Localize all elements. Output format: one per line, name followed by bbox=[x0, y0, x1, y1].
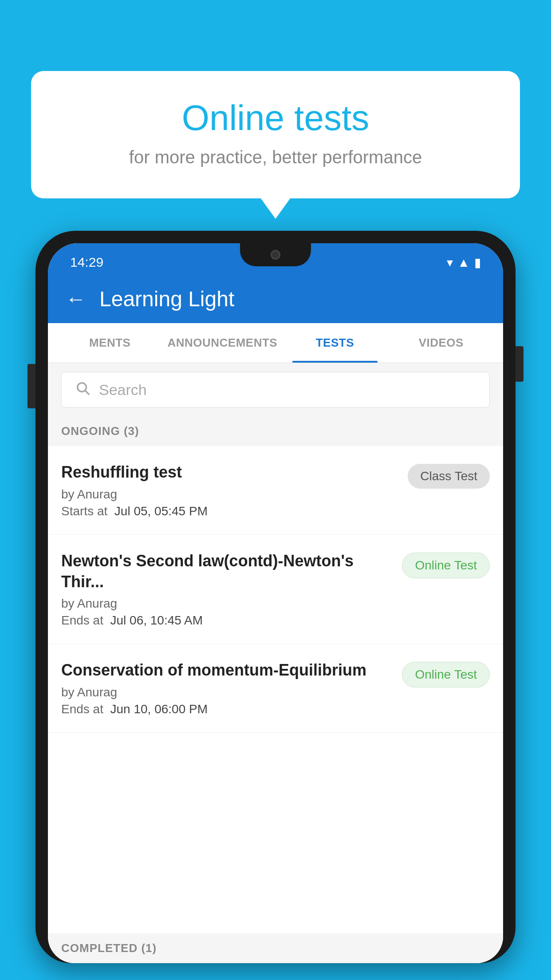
app-bar: ← Learning Light bbox=[48, 274, 503, 323]
test-author-2: by Anurag bbox=[61, 597, 393, 611]
test-time-1: Starts at Jul 05, 05:45 PM bbox=[61, 504, 399, 518]
test-item-3[interactable]: Conservation of momentum-Equilibrium by … bbox=[48, 644, 503, 733]
phone-outer: 14:29 ▾ ▲ ▮ ← Learning Light MENTS ANNOU… bbox=[35, 231, 516, 963]
test-name-2: Newton's Second law(contd)-Newton's Thir… bbox=[61, 551, 393, 593]
test-info-3: Conservation of momentum-Equilibrium by … bbox=[61, 660, 402, 716]
test-item-2[interactable]: Newton's Second law(contd)-Newton's Thir… bbox=[48, 535, 503, 644]
back-button[interactable]: ← bbox=[66, 287, 86, 311]
speech-bubble-container: Online tests for more practice, better p… bbox=[31, 71, 520, 198]
test-list: Reshuffling test by Anurag Starts at Jul… bbox=[48, 446, 503, 733]
search-container: Search bbox=[48, 363, 503, 416]
test-time-2: Ends at Jul 06, 10:45 AM bbox=[61, 613, 393, 628]
test-info-2: Newton's Second law(contd)-Newton's Thir… bbox=[61, 551, 402, 628]
status-time: 14:29 bbox=[70, 255, 103, 270]
test-badge-3: Online Test bbox=[402, 662, 490, 688]
phone-wrapper: 14:29 ▾ ▲ ▮ ← Learning Light MENTS ANNOU… bbox=[35, 231, 516, 980]
completed-section-header: COMPLETED (1) bbox=[48, 933, 503, 963]
ongoing-section-header: ONGOING (3) bbox=[48, 416, 503, 446]
tab-videos[interactable]: VIDEOS bbox=[388, 323, 494, 363]
test-name-3: Conservation of momentum-Equilibrium bbox=[61, 660, 393, 681]
test-item-1[interactable]: Reshuffling test by Anurag Starts at Jul… bbox=[48, 446, 503, 535]
tab-announcements-label: ANNOUNCEMENTS bbox=[167, 336, 277, 350]
ongoing-label: ONGOING (3) bbox=[61, 424, 139, 438]
phone-notch bbox=[240, 243, 311, 266]
bubble-title: Online tests bbox=[67, 98, 484, 138]
search-bar[interactable]: Search bbox=[61, 372, 490, 407]
tab-bar: MENTS ANNOUNCEMENTS TESTS VIDEOS bbox=[48, 323, 503, 363]
tab-tests-label: TESTS bbox=[316, 336, 354, 350]
tab-assignments[interactable]: MENTS bbox=[57, 323, 163, 363]
battery-icon: ▮ bbox=[474, 255, 481, 270]
tab-announcements[interactable]: ANNOUNCEMENTS bbox=[163, 323, 282, 363]
test-info-1: Reshuffling test by Anurag Starts at Jul… bbox=[61, 462, 408, 518]
completed-label: COMPLETED (1) bbox=[61, 941, 157, 955]
camera-dot bbox=[271, 250, 280, 260]
search-icon bbox=[75, 380, 90, 399]
test-author-1: by Anurag bbox=[61, 487, 399, 502]
status-icons: ▾ ▲ ▮ bbox=[447, 255, 481, 270]
tab-videos-label: VIDEOS bbox=[419, 336, 464, 350]
wifi-icon: ▾ bbox=[447, 255, 453, 270]
phone-screen: 14:29 ▾ ▲ ▮ ← Learning Light MENTS ANNOU… bbox=[48, 243, 503, 963]
speech-bubble: Online tests for more practice, better p… bbox=[31, 71, 520, 198]
app-title: Learning Light bbox=[99, 287, 234, 311]
tab-assignments-label: MENTS bbox=[89, 336, 131, 350]
test-name-1: Reshuffling test bbox=[61, 462, 399, 483]
tab-tests[interactable]: TESTS bbox=[282, 323, 388, 363]
search-placeholder: Search bbox=[99, 381, 147, 399]
bubble-subtitle: for more practice, better performance bbox=[67, 147, 484, 167]
signal-icon: ▲ bbox=[457, 256, 470, 270]
svg-line-1 bbox=[85, 391, 89, 394]
test-author-3: by Anurag bbox=[61, 685, 393, 699]
test-badge-2: Online Test bbox=[402, 553, 490, 578]
test-time-3: Ends at Jun 10, 06:00 PM bbox=[61, 702, 393, 716]
test-badge-1: Class Test bbox=[408, 464, 490, 489]
